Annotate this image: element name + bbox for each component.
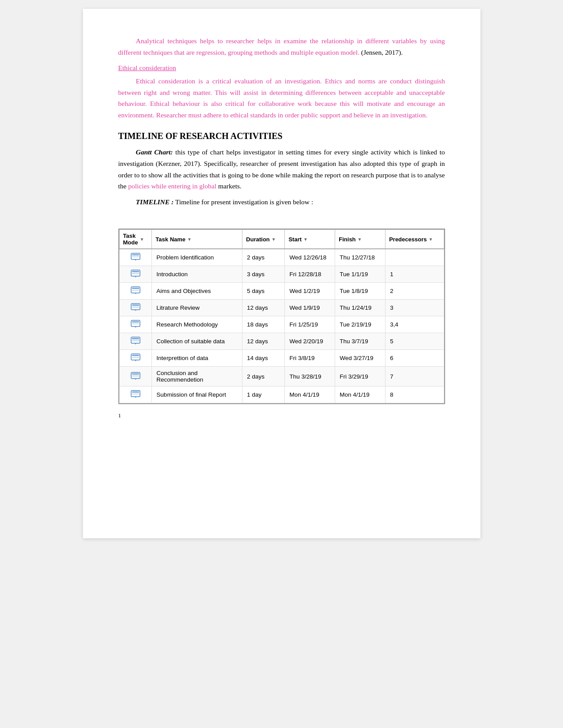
finish-cell: Wed 3/27/19 bbox=[335, 350, 385, 367]
bottom-row: 1 bbox=[118, 408, 445, 419]
predecessors-cell: 3 bbox=[385, 300, 444, 316]
finish-cell: Mon 4/1/19 bbox=[335, 387, 385, 403]
predecessors-cell: 5 bbox=[385, 333, 444, 350]
task-mode-icon bbox=[131, 319, 140, 328]
task-name-cell: Introduction bbox=[152, 266, 242, 283]
task-mode-cell bbox=[119, 387, 152, 403]
finish-cell: Thu 12/27/18 bbox=[335, 249, 385, 266]
gantt-pink-text: policies while entering in global bbox=[128, 182, 216, 190]
gantt-table: TaskMode ▼ Task Name ▼ Duration ▼ bbox=[119, 229, 444, 403]
duration-cell: 18 days bbox=[242, 316, 285, 333]
timeline-text: Timeline for present investigation is gi… bbox=[174, 198, 313, 206]
task-mode-cell bbox=[119, 316, 152, 333]
task-mode-icon bbox=[131, 372, 140, 380]
task-mode-cell bbox=[119, 266, 152, 283]
task-name-cell: Research Methodology bbox=[152, 316, 242, 333]
svg-rect-7 bbox=[132, 288, 139, 289]
header-start[interactable]: Start ▼ bbox=[285, 230, 335, 249]
header-task-mode-label: TaskMode bbox=[123, 233, 138, 246]
predecessors-dropdown-icon[interactable]: ▼ bbox=[428, 237, 433, 242]
page: Analytical techniques helps to researche… bbox=[83, 9, 480, 538]
header-finish[interactable]: Finish ▼ bbox=[335, 230, 385, 249]
header-predecessors-label: Predecessors bbox=[389, 236, 427, 243]
task-mode-cell bbox=[119, 333, 152, 350]
gantt-end-text: markets. bbox=[216, 182, 242, 190]
finish-cell: Fri 3/29/19 bbox=[335, 367, 385, 387]
finish-cell: Tue 1/1/19 bbox=[335, 266, 385, 283]
gantt-table-wrapper: TaskMode ▼ Task Name ▼ Duration ▼ bbox=[118, 229, 445, 404]
task-mode-icon bbox=[131, 286, 140, 295]
table-row: Introduction3 daysFri 12/28/18Tue 1/1/19… bbox=[119, 266, 444, 283]
start-cell: Mon 4/1/19 bbox=[285, 387, 335, 403]
header-task-mode[interactable]: TaskMode ▼ bbox=[119, 230, 152, 249]
task-name-cell: Collection of suitable data bbox=[152, 333, 242, 350]
intro-paragraph-1: Analytical techniques helps to researche… bbox=[118, 35, 445, 58]
predecessors-cell: 7 bbox=[385, 367, 444, 387]
header-predecessors[interactable]: Predecessors ▼ bbox=[385, 230, 444, 249]
finish-dropdown-icon[interactable]: ▼ bbox=[358, 237, 362, 242]
svg-rect-25 bbox=[132, 391, 139, 393]
task-mode-dropdown-icon[interactable]: ▼ bbox=[140, 237, 144, 242]
duration-dropdown-icon[interactable]: ▼ bbox=[272, 237, 276, 242]
header-start-label: Start bbox=[288, 236, 302, 243]
task-name-cell: Problem Identification bbox=[152, 249, 242, 266]
task-mode-icon bbox=[131, 353, 140, 362]
task-name-cell: Interprettion of data bbox=[152, 350, 242, 367]
table-row: Research Methodology18 daysFri 1/25/19Tu… bbox=[119, 316, 444, 333]
duration-cell: 14 days bbox=[242, 350, 285, 367]
duration-cell: 3 days bbox=[242, 266, 285, 283]
task-mode-icon bbox=[131, 336, 140, 345]
header-duration-label: Duration bbox=[246, 236, 269, 243]
header-task-name[interactable]: Task Name ▼ bbox=[152, 230, 242, 249]
header-duration[interactable]: Duration ▼ bbox=[242, 230, 285, 249]
start-cell: Wed 1/2/19 bbox=[285, 283, 335, 300]
duration-cell: 2 days bbox=[242, 367, 285, 387]
task-name-cell: Submission of final Report bbox=[152, 387, 242, 403]
task-mode-icon bbox=[131, 303, 140, 311]
duration-cell: 12 days bbox=[242, 333, 285, 350]
table-row: Interprettion of data14 daysFri 3/8/19We… bbox=[119, 350, 444, 367]
task-name-cell: Litrature Review bbox=[152, 300, 242, 316]
start-dropdown-icon[interactable]: ▼ bbox=[303, 237, 308, 242]
ethical-paragraph: Ethical consideration is a critical eval… bbox=[118, 75, 445, 120]
duration-cell: 1 day bbox=[242, 387, 285, 403]
svg-rect-19 bbox=[132, 355, 139, 356]
start-cell: Wed 1/9/19 bbox=[285, 300, 335, 316]
predecessors-cell: 6 bbox=[385, 350, 444, 367]
task-mode-cell bbox=[119, 283, 152, 300]
finish-cell: Tue 2/19/19 bbox=[335, 316, 385, 333]
svg-rect-1 bbox=[132, 254, 139, 255]
start-cell: Fri 3/8/19 bbox=[285, 350, 335, 367]
finish-cell: Tue 1/8/19 bbox=[335, 283, 385, 300]
start-cell: Thu 3/28/19 bbox=[285, 367, 335, 387]
task-name-dropdown-icon[interactable]: ▼ bbox=[187, 237, 192, 242]
table-row: Problem Identification2 daysWed 12/26/18… bbox=[119, 249, 444, 266]
table-row: Aims and Objectives5 daysWed 1/2/19Tue 1… bbox=[119, 283, 444, 300]
predecessors-cell: 2 bbox=[385, 283, 444, 300]
task-mode-cell bbox=[119, 249, 152, 266]
table-row: Collection of suitable data12 daysWed 2/… bbox=[119, 333, 444, 350]
header-finish-label: Finish bbox=[339, 236, 355, 243]
start-cell: Wed 12/26/18 bbox=[285, 249, 335, 266]
task-mode-cell bbox=[119, 300, 152, 316]
gantt-table-body: Problem Identification2 daysWed 12/26/18… bbox=[119, 249, 444, 403]
task-mode-cell bbox=[119, 350, 152, 367]
svg-rect-4 bbox=[132, 271, 139, 272]
table-header-row: TaskMode ▼ Task Name ▼ Duration ▼ bbox=[119, 230, 444, 249]
gantt-label: Gantt Chart: bbox=[136, 148, 173, 156]
intro-black-text: (Jensen, 2017). bbox=[359, 49, 403, 56]
predecessors-cell: 3,4 bbox=[385, 316, 444, 333]
svg-rect-22 bbox=[132, 373, 139, 375]
svg-rect-13 bbox=[132, 321, 139, 323]
task-mode-icon bbox=[131, 390, 140, 398]
start-cell: Fri 1/25/19 bbox=[285, 316, 335, 333]
task-mode-icon bbox=[131, 269, 140, 278]
ethical-heading: Ethical consideration bbox=[118, 64, 445, 72]
finish-cell: Thu 3/7/19 bbox=[335, 333, 385, 350]
predecessors-cell: 8 bbox=[385, 387, 444, 403]
predecessors-cell bbox=[385, 249, 444, 266]
timeline-label: TIMELINE : bbox=[136, 198, 174, 206]
duration-cell: 2 days bbox=[242, 249, 285, 266]
finish-cell: Thu 1/24/19 bbox=[335, 300, 385, 316]
predecessors-cell: 1 bbox=[385, 266, 444, 283]
